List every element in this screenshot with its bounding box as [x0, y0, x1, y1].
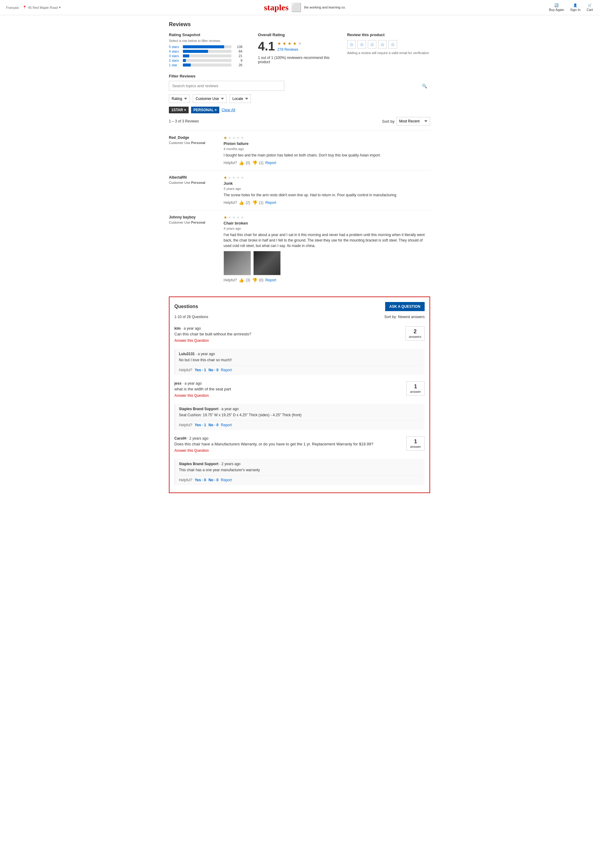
review-stars-1: ★ ★ ★ ★ ★ [224, 136, 430, 140]
search-container: 🔍 [169, 81, 430, 91]
helpful-no-2-1[interactable]: No · 0 [208, 423, 218, 427]
helpful-no-1-1[interactable]: No · 0 [208, 368, 218, 372]
thumbs-up-3[interactable]: 👍 [239, 278, 244, 283]
question-row-2: jess · a year ago what is the width of t… [175, 378, 424, 401]
star-label-3[interactable]: 3 stars [169, 54, 181, 58]
answer-this-question-2[interactable]: Answer this Question [175, 393, 209, 398]
bar-bg-5 [183, 45, 232, 48]
bar-count-3: 21 [233, 54, 242, 58]
bar-fill-5 [183, 45, 224, 48]
star-label-5[interactable]: 5 stars [169, 45, 181, 48]
clear-all-filters[interactable]: Clear All [222, 108, 235, 112]
report-link-2[interactable]: Report [265, 200, 276, 205]
answer-count-label-1: answers [409, 335, 421, 338]
star-3: ★ [287, 41, 292, 46]
review-image-2[interactable] [253, 251, 281, 275]
cart-icon: 🛒 [588, 3, 592, 7]
helpful-label-1: Helpful? [224, 161, 237, 165]
answer-helpful-2-1: Helpful? Yes · 1 No · 0 Report [179, 423, 421, 427]
answer-count-num-2: 1 [410, 383, 421, 390]
star-row-3: 3 stars 21 [169, 54, 252, 58]
question-row-1: kim · a year ago Can this chair be built… [175, 322, 424, 347]
star-input-4[interactable]: ☆ [378, 40, 387, 48]
personal-filter-tag[interactable]: PERSONAL × [191, 107, 219, 113]
sign-in-label: Sign In [570, 8, 581, 12]
helpful-yes-2-1[interactable]: Yes · 1 [195, 423, 206, 427]
star-label-2[interactable]: 2 stars [169, 59, 181, 62]
thumbs-up-2[interactable]: 👍 [239, 200, 244, 205]
helpful-no-3-1[interactable]: No · 0 [208, 478, 218, 482]
star-2: ★ [283, 41, 286, 46]
star-input-3[interactable]: ☆ [368, 40, 376, 48]
one-star-filter-tag[interactable]: 1STAR × [169, 107, 189, 113]
answer-text-2-1: Seat Cushion: 19.75" W x 19.25" D x 4.25… [179, 412, 421, 418]
site-logo[interactable]: staples [264, 3, 289, 12]
helpful-q-label-1-1: Helpful? [179, 368, 192, 372]
thumbs-down-1[interactable]: 👎 [252, 160, 257, 165]
helpful-yes-1-1[interactable]: Yes · 1 [195, 368, 206, 372]
answer-count-label-2: answer [410, 390, 421, 393]
star-input-5[interactable]: ☆ [388, 40, 397, 48]
review-item-3: Johnny bayboy Customer Use Personal ★ ★ … [169, 210, 430, 288]
thumbs-up-1[interactable]: 👍 [239, 160, 244, 165]
reviewer-meta-1: Customer Use Personal [169, 141, 224, 145]
bar-fill-4 [183, 50, 208, 53]
sort-select[interactable]: Most Recent Oldest Highest Rated Lowest … [396, 117, 430, 125]
location-selector[interactable]: 📍 45 Red Maple Road ▾ [23, 6, 61, 9]
helpful-report-2-1[interactable]: Report [221, 423, 232, 427]
report-link-1[interactable]: Report [265, 161, 276, 165]
review-helpful-2: Helpful? 👍 (2) 👎 (1) Report [224, 200, 430, 205]
customer-use-filter[interactable]: Customer Use [193, 95, 227, 103]
question-text-2: what is the width of the seat part [175, 387, 403, 391]
answer-this-question-3[interactable]: Answer this Question [175, 448, 209, 453]
s1: ★ [224, 136, 227, 140]
search-input[interactable] [169, 81, 284, 91]
reviews-grid: Rating Snapshot Select a row below to fi… [169, 33, 430, 68]
sort-answers[interactable]: Sort by: Newest answers [384, 315, 424, 319]
cart-nav[interactable]: 🛒 Cart [587, 3, 593, 12]
overall-stars: ★ ★ ★ ★ ★ [277, 41, 302, 46]
s2r3: ★ [228, 215, 232, 220]
bar-bg-1 [183, 63, 232, 66]
divider-2-1 [179, 420, 421, 420]
helpful-report-1-1[interactable]: Report [221, 368, 232, 372]
review-stars-3: ★ ★ ★ ★ ★ [224, 215, 430, 220]
reviews-link[interactable]: 278 Reviews [277, 47, 298, 52]
rating-filter[interactable]: Rating [169, 95, 190, 103]
answer-this-question-1[interactable]: Answer this Question [175, 338, 209, 343]
star-label-1[interactable]: 1 star [169, 63, 181, 67]
reviews-list-header: 1 – 3 of 3 Reviews Sort by Most Recent O… [169, 117, 430, 125]
filter-title: Filter Reviews [169, 74, 430, 78]
helpful-yes-3-1[interactable]: Yes · 0 [195, 478, 206, 482]
star-1: ★ [277, 41, 281, 46]
star-row-1: 1 star 26 [169, 63, 252, 67]
down-count-3: (0) [259, 278, 263, 282]
review-content-2: ★ ★ ★ ★ ★ Junk 3 years ago The screw hol… [224, 175, 430, 205]
sign-in-nav[interactable]: 👤 Sign In [570, 3, 581, 12]
language-selector[interactable]: Français [6, 6, 19, 9]
answer-count-num-3: 1 [410, 439, 421, 445]
s3: ★ [232, 136, 236, 140]
location-text: 45 Red Maple Road [28, 6, 58, 9]
s1r3: ★ [224, 215, 227, 220]
star-input-2[interactable]: ☆ [358, 40, 366, 48]
review-title-3: Chair broken [224, 221, 430, 225]
answer-item-2-1: Staples Brand Support · a year ago Seat … [175, 404, 424, 430]
helpful-report-3-1[interactable]: Report [221, 478, 232, 482]
helpful-label-2: Helpful? [224, 200, 237, 205]
reviewer-info-2: AlbertaRN Customer Use Personal [169, 175, 224, 205]
questions-header: Questions ASK A QUESTION [175, 302, 424, 311]
ask-question-button[interactable]: ASK A QUESTION [385, 302, 424, 311]
review-image-1[interactable] [224, 251, 251, 275]
locale-filter[interactable]: Locale [230, 95, 251, 103]
reviewer-name-3: Johnny bayboy [169, 215, 224, 219]
buy-again-nav[interactable]: 🔄 Buy Again [549, 3, 564, 12]
star-label-4[interactable]: 4 stars [169, 50, 181, 53]
report-link-3[interactable]: Report [265, 278, 276, 282]
review-text-2: The screw holes for the arm rests didn't… [224, 192, 430, 198]
thumbs-down-2[interactable]: 👎 [252, 200, 257, 205]
review-helpful-3: Helpful? 👍 (3) 👎 (0) Report [224, 278, 430, 283]
thumbs-down-3[interactable]: 👎 [252, 278, 257, 283]
star-input-1[interactable]: ☆ [347, 40, 356, 48]
question-asker-2: jess · a year ago [175, 381, 403, 386]
